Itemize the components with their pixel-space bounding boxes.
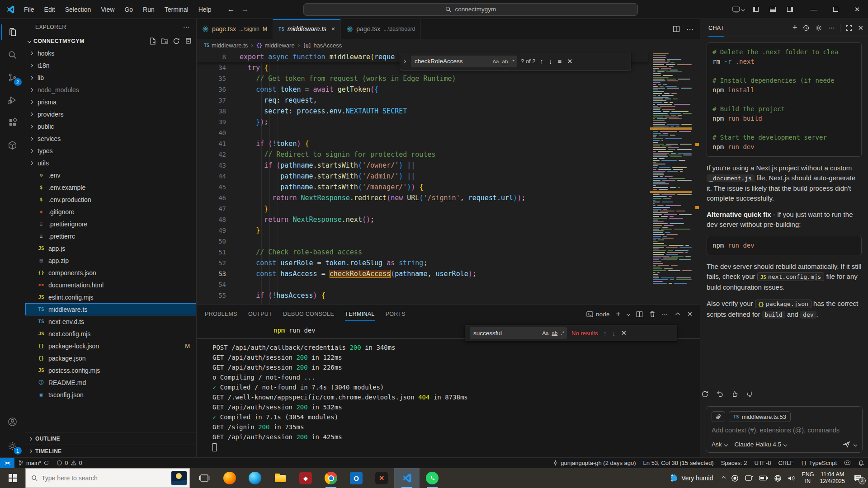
- project-root-row[interactable]: CONNECTMYGYM: [25, 35, 196, 47]
- taskbar-app-x-app[interactable]: ✕: [369, 468, 394, 488]
- command-center-search[interactable]: connectmygym: [303, 3, 638, 16]
- file-item-i18n[interactable]: i18n: [25, 59, 196, 71]
- send-icon[interactable]: [842, 440, 851, 449]
- file-item-utils[interactable]: utils: [25, 157, 196, 169]
- record-icon[interactable]: [731, 474, 739, 482]
- speaker-icon[interactable]: [788, 475, 796, 482]
- find-prev-icon[interactable]: ↑: [540, 57, 544, 65]
- file-item-documentation.html[interactable]: <>documentation.html: [25, 279, 196, 291]
- encoding[interactable]: UTF-8: [751, 458, 775, 468]
- editor-scrollbar[interactable]: [693, 52, 700, 305]
- chat-more-icon[interactable]: ⋯: [828, 24, 835, 32]
- battery-icon[interactable]: [759, 475, 768, 481]
- file-item-app.zip[interactable]: ▤app.zip: [25, 254, 196, 267]
- notification-center-icon[interactable]: 3: [851, 474, 864, 482]
- file-item-.env[interactable]: ⚙.env: [25, 169, 196, 181]
- attach-icon[interactable]: [712, 411, 725, 422]
- taskbar-app-whatsapp[interactable]: [420, 468, 445, 488]
- file-item-types[interactable]: types: [25, 145, 196, 157]
- file-item-.prettierrc[interactable]: ≡.prettierrc: [25, 230, 196, 242]
- chat-history-icon[interactable]: [802, 24, 810, 32]
- breadcrumb-item-middleware.ts[interactable]: TSmiddleware.ts: [204, 42, 248, 49]
- settings-gear-icon[interactable]: 1: [1, 435, 24, 457]
- run-debug-icon[interactable]: [1, 89, 24, 111]
- menu-edit[interactable]: Edit: [40, 4, 59, 15]
- menu-run[interactable]: Run: [139, 4, 159, 15]
- thumbs-up-icon[interactable]: [731, 390, 739, 398]
- split-editor-icon[interactable]: [673, 25, 680, 33]
- thumbs-down-icon[interactable]: [746, 390, 754, 398]
- file-item-node_modules[interactable]: node_modules: [25, 84, 196, 96]
- mode-dropdown[interactable]: Ask: [712, 441, 727, 448]
- toggle-sidebar-icon[interactable]: [748, 3, 763, 16]
- cast-layout-icon[interactable]: [731, 3, 746, 16]
- file-item-.env.production[interactable]: $.env.production: [25, 193, 196, 206]
- find-toggle-replace-icon[interactable]: [401, 52, 407, 70]
- explorer-icon[interactable]: [1, 21, 24, 43]
- file-item-.prettierignore[interactable]: ≡.prettierignore: [25, 218, 196, 230]
- chat-tab[interactable]: CHAT: [708, 19, 724, 37]
- scm-blame-info[interactable]: gunjangupta-gh (2 days ago): [549, 458, 639, 468]
- find-close-icon[interactable]: ✕: [567, 57, 573, 66]
- file-item-lib[interactable]: lib: [25, 71, 196, 84]
- chat-input-placeholder[interactable]: Add context (#), extensions (@), command…: [712, 427, 857, 434]
- refresh-icon[interactable]: [173, 38, 180, 45]
- taskbar-app-task-view[interactable]: [192, 468, 217, 488]
- file-item-components.json[interactable]: {}components.json: [25, 267, 196, 279]
- file-item-app.js[interactable]: JSapp.js: [25, 242, 196, 254]
- tab-middleware.ts[interactable]: TSmiddleware.ts×: [273, 19, 341, 39]
- menu-view[interactable]: View: [97, 4, 118, 15]
- menu-go[interactable]: Go: [120, 4, 137, 15]
- panel-tab-ports[interactable]: PORTS: [386, 305, 406, 323]
- tab-page.tsx[interactable]: page.tsx...\dashboard: [341, 19, 421, 39]
- regex-icon[interactable]: .*: [511, 59, 514, 64]
- file-item-providers[interactable]: providers: [25, 108, 196, 120]
- remote-container-icon[interactable]: [1, 134, 24, 156]
- file-item-services[interactable]: services: [25, 132, 196, 145]
- clock[interactable]: 11:04 AM12/4/2025: [820, 471, 845, 485]
- taskbar-search[interactable]: [25, 468, 190, 488]
- minimize-button[interactable]: —: [803, 0, 825, 19]
- find-input[interactable]: checkRoleAccess Aa ab .*: [411, 56, 517, 67]
- code-editor[interactable]: 8export async function middleware(reque …: [197, 52, 700, 305]
- tab-close-icon[interactable]: ×: [331, 25, 335, 33]
- file-item-postcss.config.mjs[interactable]: JSpostcss.config.mjs: [25, 364, 196, 376]
- account-icon[interactable]: [1, 410, 24, 433]
- find-close-icon[interactable]: ✕: [621, 329, 627, 337]
- back-icon[interactable]: ←: [227, 5, 235, 14]
- search-icon[interactable]: [1, 43, 24, 66]
- taskbar-app-chrome[interactable]: [318, 468, 344, 488]
- taskbar-app-red-app[interactable]: ◆: [293, 468, 318, 488]
- weather-moon-image[interactable]: [171, 471, 187, 485]
- collapse-all-icon[interactable]: [184, 38, 192, 45]
- whole-word-icon[interactable]: ab: [552, 330, 558, 336]
- section-timeline[interactable]: TIMELINE: [25, 445, 196, 457]
- panel-more-icon[interactable]: ⋯: [662, 310, 668, 318]
- forward-icon[interactable]: →: [241, 5, 249, 14]
- new-folder-icon[interactable]: [161, 38, 168, 45]
- match-case-icon[interactable]: Aa: [492, 59, 499, 64]
- file-item-tsconfig.json[interactable]: ▣tsconfig.json: [25, 389, 196, 401]
- explorer-more-icon[interactable]: ⋯: [183, 23, 190, 31]
- file-item-README.md[interactable]: ⓘREADME.md: [25, 376, 196, 389]
- whole-word-icon[interactable]: ab: [502, 59, 508, 64]
- taskbar-app-vscode[interactable]: [394, 468, 420, 488]
- display-icon[interactable]: [745, 475, 753, 482]
- panel-tab-problems[interactable]: PROBLEMS: [205, 305, 237, 323]
- split-terminal-icon[interactable]: [636, 311, 643, 318]
- cursor-position[interactable]: Ln 53, Col 38 (15 selected): [640, 458, 717, 468]
- file-item-package.json[interactable]: {}package.json: [25, 352, 196, 364]
- panel-tab-terminal[interactable]: TERMINAL: [345, 305, 375, 323]
- tab-page.tsx[interactable]: page.tsx...\signinM: [197, 19, 273, 39]
- remote-indicator[interactable]: ><: [0, 458, 14, 468]
- taskbar-app-file-explorer[interactable]: [268, 468, 293, 488]
- file-item-hooks[interactable]: hooks: [25, 47, 196, 59]
- regenerate-icon[interactable]: [701, 390, 709, 398]
- taskbar-app-edge[interactable]: [242, 468, 268, 488]
- taskbar-app-firefox[interactable]: [217, 468, 242, 488]
- new-chat-icon[interactable]: +: [793, 23, 797, 33]
- file-item-middleware.ts[interactable]: TSmiddleware.ts: [25, 303, 196, 315]
- menu-terminal[interactable]: Terminal: [160, 4, 193, 15]
- editor-more-icon[interactable]: ⋯: [686, 25, 693, 33]
- terminal-find-input[interactable]: successful Aa ab .*: [470, 327, 567, 339]
